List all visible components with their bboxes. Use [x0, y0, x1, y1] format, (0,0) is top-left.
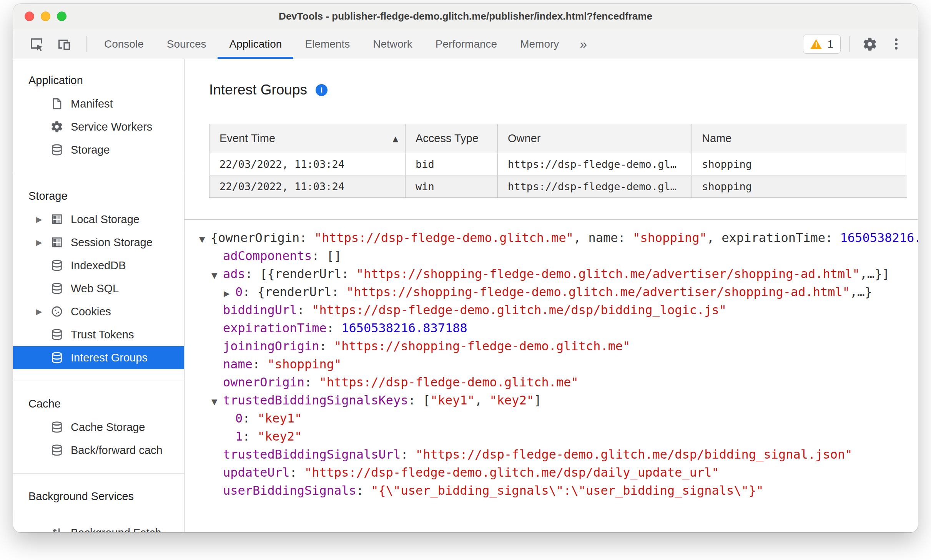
tree-string: "key1"	[258, 411, 302, 426]
database-icon	[50, 328, 64, 341]
tab-network[interactable]: Network	[361, 29, 424, 59]
table-cell: win	[406, 176, 498, 198]
interest-groups-table: Event Time▲Access TypeOwnerName 22/03/20…	[209, 124, 907, 198]
sidebar-item-cache-storage[interactable]: Cache Storage	[13, 416, 184, 439]
tree-text: :	[356, 483, 371, 498]
table-row[interactable]: 22/03/2022, 11:03:24bidhttps://dsp-fledg…	[209, 153, 907, 176]
sidebar-item-session-storage[interactable]: ▶Session Storage	[13, 231, 184, 254]
database-icon	[50, 351, 64, 364]
tab-console[interactable]: Console	[93, 29, 155, 59]
section-header-cache: Cache	[13, 392, 184, 416]
database-icon	[50, 282, 64, 295]
tree-line: name: "shopping"	[199, 355, 918, 373]
tree-line: trustedBiddingSignalsUrl: "https://dsp-f…	[199, 446, 918, 464]
sidebar-item-background-fetch[interactable]: Background Fetch	[13, 521, 184, 532]
sidebar-item-indexeddb[interactable]: IndexedDB	[13, 254, 184, 277]
table-cell: https://dsp-fledge-demo.gl…	[498, 176, 692, 198]
collapse-icon[interactable]: ▼	[211, 267, 223, 285]
tree-text: {ownerOrigin:	[211, 230, 314, 245]
tree-key: ownerOrigin	[223, 375, 304, 389]
tree-number: 1650538216.837188	[840, 230, 918, 245]
device-toolbar-icon[interactable]	[52, 33, 76, 56]
page-title: Interest Groups	[209, 82, 307, 98]
minimize-button[interactable]	[41, 12, 50, 21]
tree-text: :	[297, 303, 312, 317]
sidebar-item-web-sql[interactable]: Web SQL	[13, 277, 184, 300]
sidebar-item-label: Cookies	[71, 305, 111, 318]
zoom-button[interactable]	[57, 12, 66, 21]
tab-memory[interactable]: Memory	[509, 29, 570, 59]
tree-key: name	[223, 357, 253, 371]
chevron-right-icon[interactable]: ▶	[35, 307, 50, 316]
issues-counter-button[interactable]: 1	[803, 35, 841, 54]
tree-line: ▶0: {renderUrl: "https://shopping-fledge…	[199, 283, 918, 301]
sidebar-item-service-workers[interactable]: Service Workers	[13, 115, 184, 138]
gear-glyph	[862, 36, 878, 52]
tree-key: 0	[235, 285, 243, 299]
panel-tab-strip: ConsoleSourcesApplicationElementsNetwork…	[93, 29, 570, 59]
tab-application[interactable]: Application	[218, 29, 293, 59]
tree-text: ]	[534, 393, 541, 408]
chevron-right-icon[interactable]: ▶	[35, 215, 50, 224]
collapse-icon[interactable]: ▼	[211, 393, 223, 411]
tree-text: :	[243, 411, 258, 426]
chevron-right-icon[interactable]: ▶	[35, 238, 50, 247]
settings-gear-icon[interactable]	[858, 33, 882, 56]
titlebar: DevTools - publisher-fledge-demo.glitch.…	[13, 4, 918, 29]
tree-text: :	[319, 339, 334, 353]
column-header-access-type[interactable]: Access Type	[406, 124, 498, 153]
table-header-row: Event Time▲Access TypeOwnerName	[209, 124, 907, 153]
table-cell: 22/03/2022, 11:03:24	[209, 153, 406, 176]
document-icon	[50, 97, 64, 111]
tree-text: : [	[408, 393, 431, 408]
application-sidebar: ApplicationManifestService WorkersStorag…	[13, 59, 185, 532]
panel-header: Interest Groups	[209, 81, 918, 99]
tab-performance[interactable]: Performance	[424, 29, 509, 59]
sidebar-item-storage[interactable]: Storage	[13, 138, 184, 161]
tree-text: ,	[475, 393, 490, 408]
sidebar-item-label: Storage	[71, 144, 110, 156]
toolbar-separator	[86, 36, 86, 52]
tree-line: ▼trustedBiddingSignalsKeys: ["key1", "ke…	[199, 391, 918, 409]
sidebar-item-local-storage[interactable]: ▶Local Storage	[13, 208, 184, 231]
json-tree: ▼{ownerOrigin: "https://dsp-fledge-demo.…	[185, 220, 918, 532]
tree-number: 1650538216.837188	[341, 321, 467, 335]
tree-line: updateUrl: "https://dsp-fledge-demo.glit…	[199, 464, 918, 482]
sidebar-divider	[13, 173, 184, 173]
tree-text: :	[243, 429, 258, 444]
tree-string: "shopping"	[268, 357, 342, 371]
table-row[interactable]: 22/03/2022, 11:03:24winhttps://dsp-fledg…	[209, 176, 907, 198]
sidebar-item-back-forward-cach[interactable]: Back/forward cach	[13, 439, 184, 462]
collapse-icon[interactable]: ▼	[199, 230, 211, 249]
tree-text: : []	[312, 249, 341, 263]
tab-sources[interactable]: Sources	[155, 29, 218, 59]
tab-elements[interactable]: Elements	[293, 29, 361, 59]
sidebar-item-cookies[interactable]: ▶Cookies	[13, 300, 184, 323]
sidebar-item-interest-groups[interactable]: Interest Groups	[13, 346, 184, 369]
tree-line: userBiddingSignals: "{\"user_bidding_sig…	[199, 482, 918, 500]
info-icon[interactable]	[316, 84, 328, 96]
close-button[interactable]	[25, 12, 34, 21]
sidebar-item-trust-tokens[interactable]: Trust Tokens	[13, 323, 184, 346]
column-label: Access Type	[416, 132, 479, 144]
tree-line: ▼ads: [{renderUrl: "https://shopping-fle…	[199, 265, 918, 283]
more-options-icon[interactable]	[884, 33, 908, 56]
issues-count: 1	[827, 38, 833, 50]
tree-line: expirationTime: 1650538216.837188	[199, 319, 918, 337]
inspect-element-icon[interactable]	[25, 33, 48, 56]
column-header-event-time[interactable]: Event Time▲	[209, 124, 406, 153]
sidebar-item-label: Web SQL	[71, 282, 119, 295]
tree-line: biddingUrl: "https://dsp-fledge-demo.gli…	[199, 301, 918, 319]
sidebar-item-label: Interest Groups	[71, 351, 148, 364]
sidebar-item-label: Back/forward cach	[71, 444, 163, 457]
tree-string: "https://dsp-fledge-demo.glitch.me"	[319, 375, 578, 389]
more-tabs-button[interactable]: »	[570, 29, 596, 59]
sidebar-item-manifest[interactable]: Manifest	[13, 92, 184, 115]
column-header-owner[interactable]: Owner	[498, 124, 692, 153]
grid-icon	[50, 212, 64, 226]
expand-icon[interactable]: ▶	[224, 285, 235, 303]
sidebar-item-label: IndexedDB	[71, 259, 126, 272]
column-header-name[interactable]: Name	[692, 124, 907, 153]
database-icon	[50, 258, 64, 272]
column-label: Name	[702, 132, 732, 144]
